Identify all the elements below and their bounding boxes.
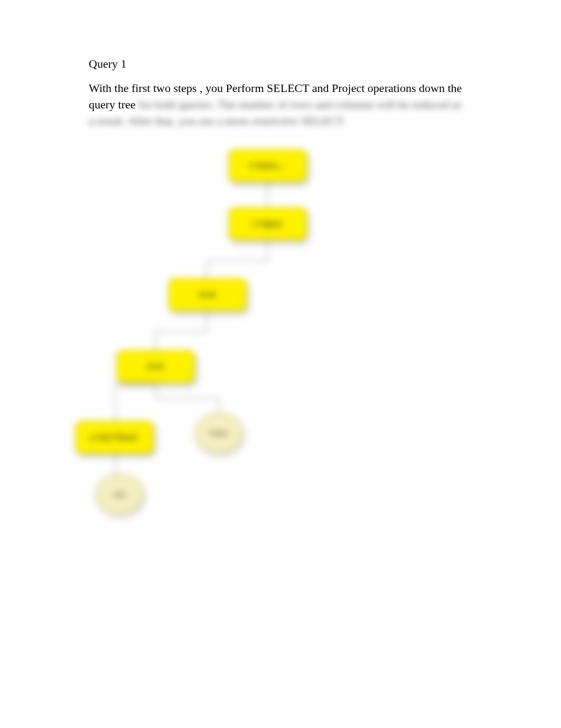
node-top-project: π Name,... [228,149,306,182]
edge [115,383,116,421]
intro-paragraph: With the first two steps , you Perform S… [89,80,469,129]
edge [155,331,208,333]
edge [155,398,218,399]
node-join-upper: ⋈ ⋈ [168,278,246,311]
edge [155,383,156,399]
edge [155,331,156,350]
edge [206,260,208,278]
node-select: σ Sigma [228,207,306,240]
edge [115,454,116,474]
node-table-leaf: spa [95,473,144,514]
edge [218,398,220,412]
edge [206,260,268,262]
edge [267,182,268,207]
document-body: Query 1 With the first two steps , you P… [89,57,469,129]
node-table-right: Hotel [194,412,243,454]
query-title: Query 1 [89,57,469,71]
edge [267,240,268,261]
edge [206,311,208,332]
node-join-lower: ⋈ ⋈ [116,350,194,383]
edge [115,383,155,384]
paragraph-locked: for both queries. The number of rows and… [89,98,461,127]
node-select-city: σ City='Rome' [75,421,153,454]
query-tree-diagram: π Name,... σ Sigma ⋈ ⋈ ⋈ ⋈ σ City='Rome'… [63,143,338,523]
